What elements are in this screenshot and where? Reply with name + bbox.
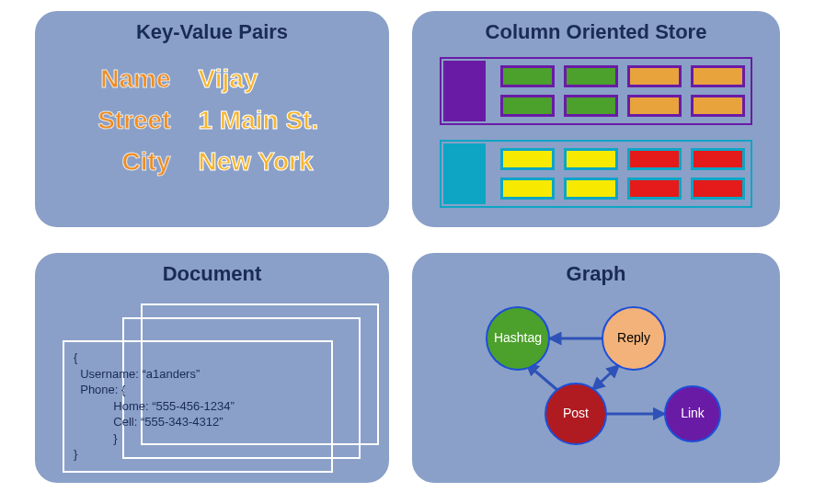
node-label: Post bbox=[563, 406, 589, 420]
graph-node-hashtag: Hashtag bbox=[487, 307, 549, 370]
row-key-icon bbox=[443, 61, 486, 121]
column-cell bbox=[627, 65, 682, 87]
panel-column-store: Column Oriented Store bbox=[412, 11, 780, 227]
row-key-icon bbox=[443, 143, 486, 204]
kv-row: Name Vijay bbox=[35, 66, 389, 92]
graph-node-link: Link bbox=[665, 386, 720, 441]
kv-row: Street 1 Main St. bbox=[35, 108, 389, 133]
column-cell bbox=[691, 148, 745, 170]
kv-row: City New York bbox=[35, 149, 389, 175]
column-cell bbox=[500, 95, 555, 117]
node-label: Reply bbox=[617, 330, 650, 345]
column-cell bbox=[500, 65, 555, 87]
document-layer-front: { Username: “a1anders” Phone: { Home: “5… bbox=[63, 340, 333, 473]
column-row bbox=[500, 95, 745, 117]
node-label: Hashtag bbox=[494, 330, 542, 345]
graph-node-reply: Reply bbox=[602, 307, 665, 370]
column-cell bbox=[627, 95, 682, 117]
graph-node-post: Post bbox=[545, 384, 606, 444]
panel-title-kv: Key-Value Pairs bbox=[35, 20, 389, 44]
column-cell bbox=[564, 95, 618, 117]
kv-key: Name bbox=[61, 66, 171, 92]
column-cell bbox=[564, 178, 618, 200]
graph-svg: Hashtag Reply Post Link bbox=[412, 253, 780, 483]
column-cell bbox=[627, 148, 682, 170]
panel-graph: Graph Hashtag Reply bbox=[412, 253, 780, 483]
panel-title-column: Column Oriented Store bbox=[412, 20, 780, 44]
column-cell bbox=[627, 178, 682, 200]
edge-post-reply bbox=[592, 365, 619, 390]
diagram-canvas: Key-Value Pairs Name Vijay Street 1 Main… bbox=[0, 0, 814, 504]
kv-key: City bbox=[61, 149, 171, 175]
column-row bbox=[500, 65, 745, 87]
document-json-text: { Username: “a1anders” Phone: { Home: “5… bbox=[74, 349, 322, 463]
column-cells bbox=[495, 59, 751, 123]
column-row bbox=[500, 148, 745, 170]
kv-value: New York bbox=[199, 149, 364, 175]
column-cell bbox=[691, 178, 745, 200]
panel-key-value: Key-Value Pairs Name Vijay Street 1 Main… bbox=[35, 11, 389, 227]
column-cells bbox=[495, 142, 751, 206]
kv-value: 1 Main St. bbox=[199, 108, 364, 133]
column-cell bbox=[500, 148, 555, 170]
kv-value: Vijay bbox=[199, 66, 364, 92]
column-cell bbox=[500, 178, 555, 200]
column-cell bbox=[564, 148, 618, 170]
panel-document: Document { Username: “a1anders” Phone: {… bbox=[35, 253, 389, 483]
column-family-cyan bbox=[440, 140, 752, 208]
node-label: Link bbox=[681, 406, 705, 420]
column-row bbox=[500, 178, 745, 200]
kv-key: Street bbox=[61, 108, 171, 133]
column-family-purple bbox=[440, 57, 752, 125]
column-cell bbox=[691, 65, 745, 87]
panel-title-document: Document bbox=[35, 262, 389, 286]
column-cell bbox=[564, 65, 618, 87]
column-cell bbox=[691, 95, 745, 117]
